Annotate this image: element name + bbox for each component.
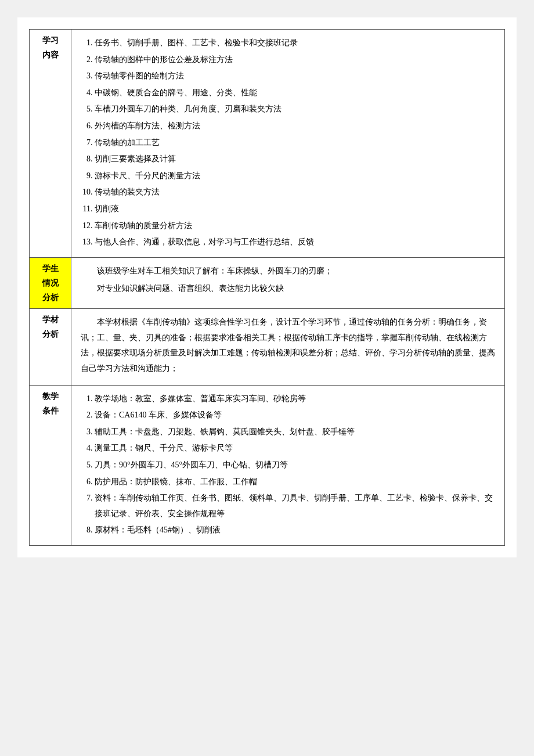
- list-item: 防护用品：防护眼镜、抹布、工作服、工作帽: [95, 474, 495, 490]
- list-item: 任务书、切削手册、图样、工艺卡、检验卡和交接班记录: [95, 35, 495, 51]
- paragraph: 本学材根据《车削传动轴》这项综合性学习任务，设计五个学习环节，通过传动轴的任务分…: [81, 315, 495, 376]
- list-item: 与他人合作、沟通，获取信息，对学习与工作进行总结、反馈: [95, 235, 495, 250]
- list-item: 辅助工具：卡盘匙、刀架匙、铁屑钩、莫氏圆锥夹头、划针盘、胶手锤等: [95, 424, 495, 440]
- paragraph-2: 对专业知识解决问题、语言组织、表达能力比较欠缺: [81, 281, 495, 297]
- section-row-study-content: 学习 内容任务书、切削手册、图样、工艺卡、检验卡和交接班记录传动轴的图样中的形位…: [30, 30, 505, 258]
- content-list-teaching-conditions: 教学场地：教室、多媒体室、普通车床实习车间、砂轮房等设备：CA6140 车床、多…: [81, 391, 495, 538]
- main-table: 学习 内容任务书、切削手册、图样、工艺卡、检验卡和交接班记录传动轴的图样中的形位…: [29, 29, 505, 546]
- list-item: 切削液: [95, 201, 495, 217]
- list-item: 资料：车削传动轴工作页、任务书、图纸、领料单、刀具卡、切削手册、工序单、工艺卡、…: [95, 491, 495, 521]
- label-cell-material-analysis: 学材 分析: [30, 309, 71, 385]
- list-item: 传动轴零件图的绘制方法: [95, 69, 495, 84]
- label-cell-student-analysis: 学生 情况 分析: [30, 257, 71, 309]
- list-item: 设备：CA6140 车床、多媒体设备等: [95, 408, 495, 423]
- list-item: 车削传动轴的质量分析方法: [95, 218, 495, 234]
- content-cell-material-analysis: 本学材根据《车削传动轴》这项综合性学习任务，设计五个学习环节，通过传动轴的任务分…: [71, 309, 505, 385]
- paragraph-1: 该班级学生对车工相关知识了解有：车床操纵、外圆车刀的刃磨；: [81, 264, 495, 279]
- list-item: 传动轴的装夹方法: [95, 185, 495, 200]
- section-row-teaching-conditions: 教学 条件教学场地：教室、多媒体室、普通车床实习车间、砂轮房等设备：CA6140…: [30, 385, 505, 545]
- list-item: 外沟槽的车削方法、检测方法: [95, 118, 495, 134]
- list-item: 原材料：毛坯料（45#钢）、切削液: [95, 523, 495, 538]
- content-cell-student-analysis: 该班级学生对车工相关知识了解有：车床操纵、外圆车刀的刃磨；对专业知识解决问题、语…: [71, 257, 505, 309]
- list-item: 切削三要素选择及计算: [95, 152, 495, 167]
- list-item: 车槽刀外圆车刀的种类、几何角度、刃磨和装夹方法: [95, 102, 495, 117]
- list-item: 刀具：90°外圆车刀、45°外圆车刀、中心钻、切槽刀等: [95, 458, 495, 473]
- content-cell-study-content: 任务书、切削手册、图样、工艺卡、检验卡和交接班记录传动轴的图样中的形位公差及标注…: [71, 30, 505, 258]
- section-row-student-analysis: 学生 情况 分析该班级学生对车工相关知识了解有：车床操纵、外圆车刀的刃磨；对专业…: [30, 257, 505, 309]
- list-item: 传动轴的加工工艺: [95, 135, 495, 151]
- section-row-material-analysis: 学材 分析本学材根据《车削传动轴》这项综合性学习任务，设计五个学习环节，通过传动…: [30, 309, 505, 385]
- list-item: 游标卡尺、千分尺的测量方法: [95, 168, 495, 184]
- list-item: 测量工具：钢尺、千分尺、游标卡尺等: [95, 441, 495, 456]
- content-cell-teaching-conditions: 教学场地：教室、多媒体室、普通车床实习车间、砂轮房等设备：CA6140 车床、多…: [71, 385, 505, 545]
- list-item: 教学场地：教室、多媒体室、普通车床实习车间、砂轮房等: [95, 391, 495, 407]
- list-item: 中碳钢、硬质合金的牌号、用途、分类、性能: [95, 85, 495, 101]
- list-item: 传动轴的图样中的形位公差及标注方法: [95, 52, 495, 68]
- label-cell-study-content: 学习 内容: [30, 30, 71, 258]
- content-list-study-content: 任务书、切削手册、图样、工艺卡、检验卡和交接班记录传动轴的图样中的形位公差及标注…: [81, 35, 495, 250]
- page: 学习 内容任务书、切削手册、图样、工艺卡、检验卡和交接班记录传动轴的图样中的形位…: [17, 17, 517, 557]
- label-cell-teaching-conditions: 教学 条件: [30, 385, 71, 545]
